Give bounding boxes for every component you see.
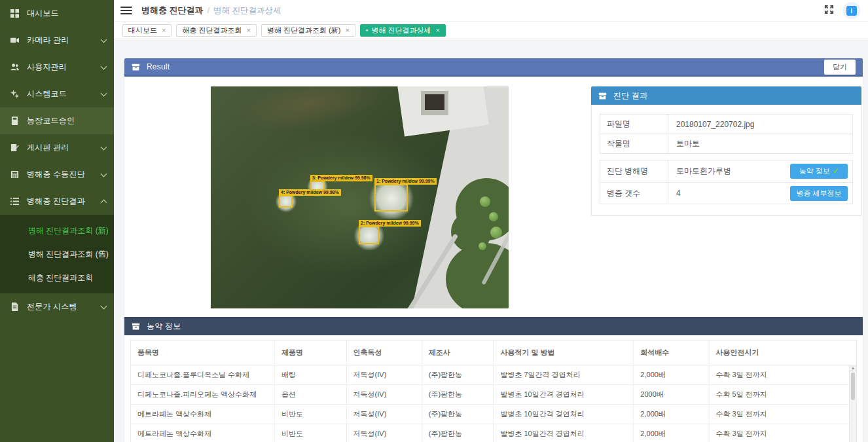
chevron-down-icon — [101, 143, 107, 150]
tab-close-icon[interactable]: × — [247, 27, 251, 34]
sidebar-item-label: 전문가 시스템 — [27, 301, 101, 312]
diagnosis-panel-title: 진단 결과 — [613, 90, 647, 101]
board-icon — [9, 143, 20, 153]
cell: (주)팜한농 — [422, 405, 494, 424]
content-area: Result 닫기 — [114, 39, 868, 442]
chevron-down-icon — [101, 63, 107, 69]
result-panel-title: Result — [147, 62, 170, 71]
sidebar-submenu: 병해 진단결과조회 (新) 병해 진단결과조회 (舊) 해충 진단결과조회 — [0, 215, 114, 293]
chevron-down-icon — [101, 303, 107, 309]
cell: 수확 3일 전까지 — [709, 405, 849, 424]
result-panel: Result 닫기 — [124, 58, 863, 442]
sidebar-item-board-management[interactable]: 게시판 관리 — [0, 134, 114, 161]
table-scrollbar[interactable]: ▲ — [849, 365, 856, 442]
pesticide-info-button[interactable]: 농약 정보✓ — [790, 164, 848, 179]
diagnosis-result-panel: 진단 결과 파일명 20180107_220702.jpg 작물명 — [591, 86, 861, 308]
tab-dashboard[interactable]: 대시보드 × — [122, 24, 172, 37]
sidebar-item-label: 병해충 진단결과 — [27, 196, 101, 207]
detection-box: 1: Powdery mildew 99.99% — [374, 184, 408, 212]
detection-label: 3: Powdery mildew 99.98% — [310, 175, 372, 181]
column-header: 제조사 — [422, 341, 494, 365]
tab-pest-results[interactable]: 해충 진단결과조회 × — [176, 24, 257, 37]
tab-label: 대시보드 — [128, 26, 157, 35]
sidebar-item-camera[interactable]: 카메라 관리 — [0, 27, 114, 54]
column-header: 품목명 — [131, 341, 274, 365]
tab-label: 해충 진단결과조회 — [182, 26, 242, 35]
cell: 발병초 10일간격 경엽처리 — [494, 405, 634, 424]
table-row: 메트라페논 액상수화제 비반도 저독성(IV) (주)팜한농 발병초 10일간격… — [131, 405, 849, 424]
chevron-down-icon — [101, 90, 107, 96]
row-label: 작물명 — [600, 134, 668, 153]
manual-diagnosis-icon — [9, 170, 20, 180]
camera-icon — [9, 35, 20, 46]
top-header: 병해충 진단결과 / 병해 진단결과상세 i — [114, 0, 868, 22]
cell: 수확 3일 전까지 — [709, 365, 849, 385]
pesticide-table: 품목명 제품명 인축독성 제조사 사용적기 및 방법 희석배수 사용안전시기 — [131, 341, 849, 442]
chevron-down-icon — [101, 36, 107, 43]
gears-icon — [9, 89, 20, 100]
cell: 디페노코나졸.플루디옥소닐 수화제 — [131, 365, 274, 385]
app-window: 대시보드 카메라 관리 사용자관리 시스템코드 농장코드승인 게시판 관리 — [0, 0, 868, 442]
pesticide-table-wrap: 품목명 제품명 인축독성 제조사 사용적기 및 방법 희석배수 사용안전시기 — [130, 340, 857, 442]
scrollbar-up-icon[interactable]: ▲ — [850, 365, 856, 372]
row-label: 병증 갯수 — [600, 183, 668, 204]
diagnosis-panel-body: 파일명 20180107_220702.jpg 작물명 토마토 — [591, 105, 861, 215]
disease-name-value: 토마토흰가루병 — [668, 162, 790, 181]
cell: (주)팜한농 — [422, 365, 494, 385]
detection-label: 2: Powdery mildew 99.99% — [359, 220, 421, 227]
symptom-detail-button[interactable]: 병증 세부정보 — [790, 186, 848, 201]
tab-close-icon[interactable]: × — [345, 27, 349, 34]
archive-icon — [132, 322, 140, 331]
hamburger-menu-icon[interactable] — [120, 5, 132, 16]
sidebar-item-users[interactable]: 사용자관리 — [0, 54, 114, 81]
photo-tomato — [489, 212, 498, 221]
sidebar-item-farm-code-approval[interactable]: 농장코드승인 — [0, 107, 114, 134]
sidebar-item-diagnosis-results[interactable]: 병해충 진단결과 — [0, 188, 114, 215]
breadcrumb-separator: / — [208, 6, 209, 15]
cell: 비반도 — [274, 405, 346, 424]
scrollbar-thumb[interactable] — [851, 373, 855, 400]
tab-close-icon[interactable]: × — [436, 27, 440, 34]
symptom-count-value: 4 — [668, 185, 790, 202]
sidebar-subitem-label: 병해 진단결과조회 (舊) — [28, 249, 109, 260]
chevron-up-icon — [101, 200, 107, 206]
archive-icon — [132, 63, 140, 71]
cell: 배팅 — [274, 365, 346, 385]
cell: 발병초 10일간격 경엽처리 — [494, 385, 634, 405]
sidebar-item-system-code[interactable]: 시스템코드 — [0, 81, 114, 107]
close-button[interactable]: 닫기 — [824, 60, 856, 75]
fullscreen-expand-icon[interactable] — [824, 5, 834, 17]
pesticide-info-panel: 농약 정보 품목명 제품명 — [124, 317, 863, 442]
sidebar-subitem-disease-results-old[interactable]: 병해 진단결과조회 (舊) — [0, 242, 114, 266]
sidebar-item-manual-diagnosis[interactable]: 병해충 수동진단 — [0, 161, 114, 188]
sidebar-item-expert-system[interactable]: 전문가 시스템 — [0, 293, 114, 320]
info-bubble-icon[interactable]: i — [843, 2, 860, 19]
table-row: 병증 갯수 4 병증 세부정보 — [600, 182, 852, 204]
cell: 저독성(IV) — [346, 365, 422, 385]
diagnosis-list-icon — [9, 196, 20, 207]
cell: (주)팜한농 — [422, 385, 494, 405]
active-tab-bullet: ● — [366, 28, 369, 32]
cell: 수확 5일 전까지 — [709, 385, 849, 405]
tab-disease-results-new[interactable]: 병해 진단결과조회 (新) × — [261, 24, 355, 37]
photo-tomato — [490, 227, 502, 238]
sidebar-subitem-pest-results[interactable]: 해충 진단결과조회 — [0, 266, 114, 289]
column-header: 사용안전시기 — [709, 341, 849, 365]
archive-icon — [598, 92, 607, 100]
sidebar-item-dashboard[interactable]: 대시보드 — [0, 0, 114, 27]
sidebar-subitem-label: 병해 진단결과조회 (新) — [28, 225, 109, 236]
detection-box: 4: Powdery mildew 99.98% — [279, 195, 293, 208]
cell: 저독성(IV) — [346, 424, 422, 442]
diagnosis-photo: 1: Powdery mildew 99.99% 2: Powdery mild… — [211, 86, 509, 308]
chevron-down-icon — [101, 170, 107, 177]
cell: 메트라페논 액상수화제 — [131, 424, 274, 442]
cell: 2,000배 — [634, 365, 709, 385]
sidebar-item-label: 사용자관리 — [27, 62, 101, 73]
sidebar-subitem-disease-results-new[interactable]: 병해 진단결과조회 (新) — [0, 219, 114, 242]
diagnosis-detail-table: 진단 병해명 토마토흰가루병 농약 정보✓ 병증 갯수 4 병증 세부정보 — [600, 160, 853, 204]
detection-box: 2: Powdery mildew 99.99% — [359, 226, 379, 244]
tab-close-icon[interactable]: × — [162, 27, 166, 34]
tab-disease-result-detail[interactable]: ● 병해 진단결과상세 × — [360, 24, 446, 37]
photo-seed-tray — [421, 91, 448, 115]
sidebar: 대시보드 카메라 관리 사용자관리 시스템코드 농장코드승인 게시판 관리 — [0, 0, 114, 442]
